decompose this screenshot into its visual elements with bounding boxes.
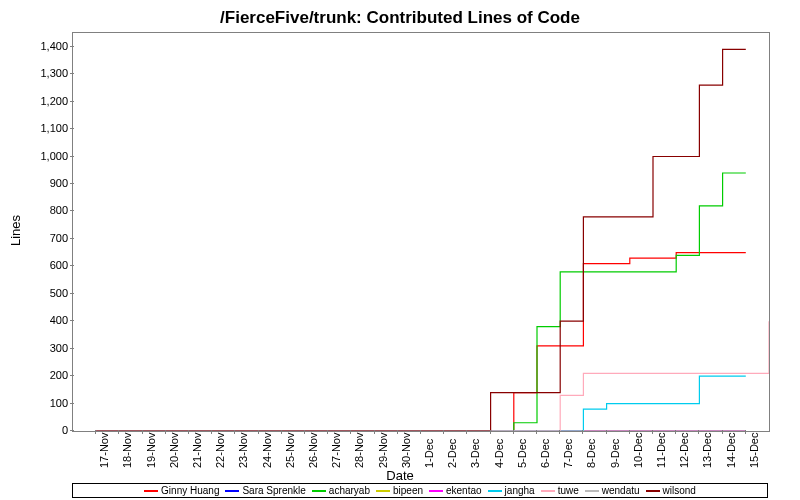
plot-area	[72, 32, 770, 432]
x-tick: 11-Dec	[655, 433, 667, 468]
y-tick: 400	[8, 314, 68, 326]
x-tick: 25-Nov	[284, 433, 296, 468]
x-tick: 15-Dec	[748, 433, 760, 468]
x-tick: 6-Dec	[539, 439, 551, 468]
x-tick: 13-Dec	[701, 433, 713, 468]
legend: Ginny HuangSara Sprenkleacharyabbipeenek…	[72, 483, 768, 498]
legend-label: ekentao	[446, 485, 482, 496]
series-tuwe	[96, 321, 769, 431]
x-tick: 28-Nov	[353, 433, 365, 468]
x-tick: 12-Dec	[678, 433, 690, 468]
x-tick: 1-Dec	[423, 439, 435, 468]
legend-label: wilsond	[663, 485, 696, 496]
y-tick: 800	[8, 204, 68, 216]
legend-swatch	[541, 490, 555, 492]
legend-item: acharyab	[312, 485, 370, 496]
legend-label: bipeen	[393, 485, 423, 496]
legend-swatch	[488, 490, 502, 492]
legend-swatch	[429, 490, 443, 492]
y-tick: 1,200	[8, 95, 68, 107]
legend-label: acharyab	[329, 485, 370, 496]
x-tick: 27-Nov	[330, 433, 342, 468]
legend-swatch	[585, 490, 599, 492]
legend-item: Sara Sprenkle	[225, 485, 305, 496]
legend-swatch	[646, 490, 660, 492]
legend-swatch	[144, 490, 158, 492]
x-tick: 24-Nov	[261, 433, 273, 468]
legend-label: jangha	[505, 485, 535, 496]
legend-label: tuwe	[558, 485, 579, 496]
x-tick: 30-Nov	[400, 433, 412, 468]
x-tick: 8-Dec	[585, 439, 597, 468]
legend-swatch	[225, 490, 239, 492]
x-tick: 20-Nov	[168, 433, 180, 468]
y-tick: 1,400	[8, 40, 68, 52]
y-tick: 100	[8, 397, 68, 409]
y-tick: 1,000	[8, 150, 68, 162]
y-tick: 700	[8, 232, 68, 244]
legend-swatch	[376, 490, 390, 492]
x-tick: 17-Nov	[98, 433, 110, 468]
x-tick: 29-Nov	[377, 433, 389, 468]
chart-lines	[73, 33, 769, 431]
y-tick: 1,300	[8, 67, 68, 79]
x-tick: 10-Dec	[632, 433, 644, 468]
y-tick: 0	[8, 424, 68, 436]
legend-item: Ginny Huang	[144, 485, 219, 496]
x-tick: 26-Nov	[307, 433, 319, 468]
y-tick: 900	[8, 177, 68, 189]
series-acharyab	[96, 173, 746, 431]
legend-item: wilsond	[646, 485, 696, 496]
x-tick: 2-Dec	[446, 439, 458, 468]
x-tick: 19-Nov	[145, 433, 157, 468]
y-tick: 1,100	[8, 122, 68, 134]
x-tick: 14-Dec	[725, 433, 737, 468]
series-jangha	[96, 376, 746, 431]
x-tick: 18-Nov	[121, 433, 133, 468]
x-tick: 23-Nov	[237, 433, 249, 468]
legend-item: jangha	[488, 485, 535, 496]
legend-item: wendatu	[585, 485, 640, 496]
legend-label: wendatu	[602, 485, 640, 496]
x-axis-label: Date	[0, 468, 800, 483]
x-tick: 21-Nov	[191, 433, 203, 468]
y-tick: 300	[8, 342, 68, 354]
x-tick: 9-Dec	[609, 439, 621, 468]
y-tick: 200	[8, 369, 68, 381]
chart-title: /FierceFive/trunk: Contributed Lines of …	[0, 8, 800, 28]
series-ginny-huang	[96, 253, 746, 431]
legend-item: bipeen	[376, 485, 423, 496]
legend-swatch	[312, 490, 326, 492]
y-tick: 500	[8, 287, 68, 299]
legend-label: Ginny Huang	[161, 485, 219, 496]
legend-label: Sara Sprenkle	[242, 485, 305, 496]
x-tick: 5-Dec	[516, 439, 528, 468]
x-tick: 22-Nov	[214, 433, 226, 468]
x-tick: 7-Dec	[562, 439, 574, 468]
x-tick: 4-Dec	[493, 439, 505, 468]
legend-item: ekentao	[429, 485, 482, 496]
y-tick: 600	[8, 259, 68, 271]
legend-item: tuwe	[541, 485, 579, 496]
x-tick: 3-Dec	[469, 439, 481, 468]
